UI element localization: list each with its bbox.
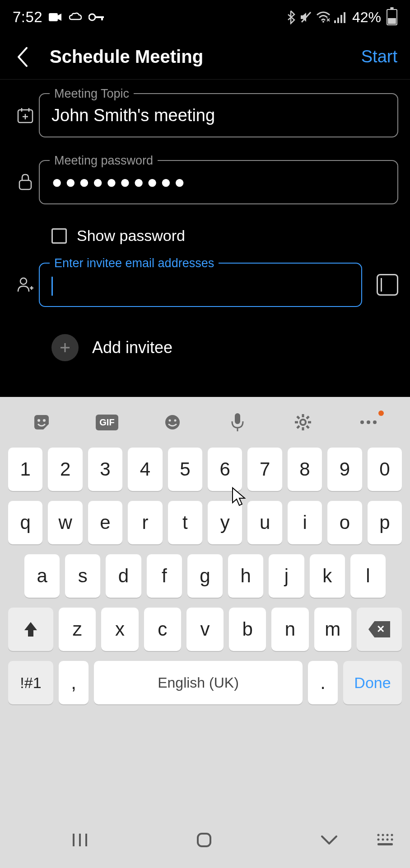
keyboard-row-numbers: 1 2 3 4 5 6 7 8 9 0: [8, 448, 402, 491]
svg-rect-3: [101, 16, 103, 20]
gif-icon[interactable]: GIF: [93, 409, 121, 436]
key-2[interactable]: 2: [48, 448, 82, 491]
form-content: Meeting Topic John Smith's meeting Meeti…: [0, 80, 410, 375]
key-6[interactable]: 6: [208, 448, 242, 491]
key-r[interactable]: r: [128, 501, 162, 544]
svg-point-41: [373, 420, 377, 424]
meeting-password-field[interactable]: Meeting password ●●●●●●●●●●: [39, 160, 398, 204]
key-period[interactable]: .: [308, 661, 338, 704]
svg-point-39: [360, 420, 364, 424]
key-e[interactable]: e: [88, 501, 122, 544]
key-f[interactable]: f: [147, 554, 182, 598]
key-7[interactable]: 7: [247, 448, 282, 491]
key-k[interactable]: k: [310, 554, 345, 598]
svg-rect-8: [337, 18, 339, 23]
svg-point-47: [382, 834, 384, 836]
key-done[interactable]: Done: [343, 661, 402, 704]
emoji-icon[interactable]: [159, 409, 186, 436]
key-s[interactable]: s: [65, 554, 100, 598]
key-n[interactable]: n: [271, 608, 308, 651]
svg-rect-9: [340, 15, 342, 23]
nav-home[interactable]: [194, 830, 214, 852]
sticker-icon[interactable]: [28, 409, 55, 436]
key-u[interactable]: u: [247, 501, 282, 544]
key-9[interactable]: 9: [327, 448, 362, 491]
key-c[interactable]: c: [144, 608, 181, 651]
svg-point-53: [391, 839, 393, 841]
svg-point-52: [387, 839, 389, 841]
status-time: 7:52: [13, 9, 42, 26]
svg-line-35: [297, 416, 299, 419]
key-1[interactable]: 1: [8, 448, 42, 491]
key-y[interactable]: y: [208, 501, 242, 544]
keyboard-row-zxcv: z x c v b n m ✕: [8, 608, 402, 651]
bluetooth-icon: [286, 10, 295, 24]
key-4[interactable]: 4: [128, 448, 162, 491]
svg-point-51: [382, 839, 384, 841]
key-5[interactable]: 5: [168, 448, 202, 491]
svg-rect-28: [235, 413, 240, 424]
key-w[interactable]: w: [48, 501, 82, 544]
key-b[interactable]: b: [229, 608, 266, 651]
text-cursor: [51, 277, 53, 296]
key-0[interactable]: 0: [368, 448, 402, 491]
lock-icon: [12, 173, 39, 191]
signal-icon: [334, 11, 347, 23]
key-shift[interactable]: [8, 608, 53, 651]
invitee-email-label: Enter invitee email addresses: [50, 256, 219, 270]
show-password-checkbox[interactable]: [51, 228, 67, 244]
invitee-email-field[interactable]: Enter invitee email addresses: [39, 263, 362, 307]
battery-icon: [387, 9, 397, 25]
key-v[interactable]: v: [186, 608, 224, 651]
nav-bar: [0, 814, 410, 868]
contacts-button[interactable]: [377, 274, 398, 296]
nav-back[interactable]: [318, 833, 340, 849]
back-button[interactable]: [9, 43, 36, 71]
key-t[interactable]: t: [168, 501, 202, 544]
page-title: Schedule Meeting: [50, 47, 203, 67]
add-invitee-button[interactable]: [51, 334, 79, 361]
mic-icon[interactable]: [224, 409, 251, 436]
svg-point-26: [168, 420, 171, 422]
key-g[interactable]: g: [187, 554, 223, 598]
key-comma[interactable]: ,: [59, 661, 89, 704]
keyboard: GIF 1 2 3 4 5 6 7 8 9 0 q w: [0, 397, 410, 868]
svg-point-49: [391, 834, 393, 836]
key-3[interactable]: 3: [88, 448, 122, 491]
nav-recent[interactable]: [70, 831, 90, 851]
key-m[interactable]: m: [314, 608, 351, 651]
key-q[interactable]: q: [8, 501, 42, 544]
nav-keyboard-toggle[interactable]: [377, 833, 396, 849]
key-p[interactable]: p: [368, 501, 402, 544]
svg-point-40: [367, 420, 370, 424]
svg-rect-54: [377, 843, 393, 845]
key-i[interactable]: i: [288, 501, 322, 544]
key-j[interactable]: j: [269, 554, 304, 598]
svg-line-38: [297, 426, 299, 428]
key-l[interactable]: l: [350, 554, 386, 598]
wifi-icon: [316, 11, 331, 23]
svg-point-25: [165, 415, 180, 429]
calendar-add-icon: [12, 107, 39, 124]
gear-icon[interactable]: [289, 409, 317, 436]
key-x[interactable]: x: [101, 608, 138, 651]
key-symbols[interactable]: !#1: [8, 661, 53, 704]
keyboard-row-asdf: a s d f g h j k l: [8, 554, 402, 598]
app-header: Schedule Meeting Start: [0, 34, 410, 80]
start-button[interactable]: Start: [361, 47, 397, 66]
key-space[interactable]: English (UK): [94, 661, 303, 704]
key-a[interactable]: a: [24, 554, 60, 598]
meeting-topic-value: John Smith's meeting: [51, 106, 386, 127]
more-icon[interactable]: [355, 409, 382, 436]
key-z[interactable]: z: [59, 608, 96, 651]
key-8[interactable]: 8: [288, 448, 322, 491]
meeting-password-label: Meeting password: [50, 154, 158, 168]
vpn-key-icon: [89, 13, 105, 22]
key-h[interactable]: h: [228, 554, 263, 598]
key-d[interactable]: d: [106, 554, 141, 598]
keyboard-row-bottom: !#1 , English (UK) . Done: [8, 661, 402, 704]
meeting-topic-field[interactable]: Meeting Topic John Smith's meeting: [39, 93, 398, 137]
key-backspace[interactable]: ✕: [357, 608, 402, 651]
key-o[interactable]: o: [327, 501, 362, 544]
meeting-topic-label: Meeting Topic: [50, 87, 134, 101]
